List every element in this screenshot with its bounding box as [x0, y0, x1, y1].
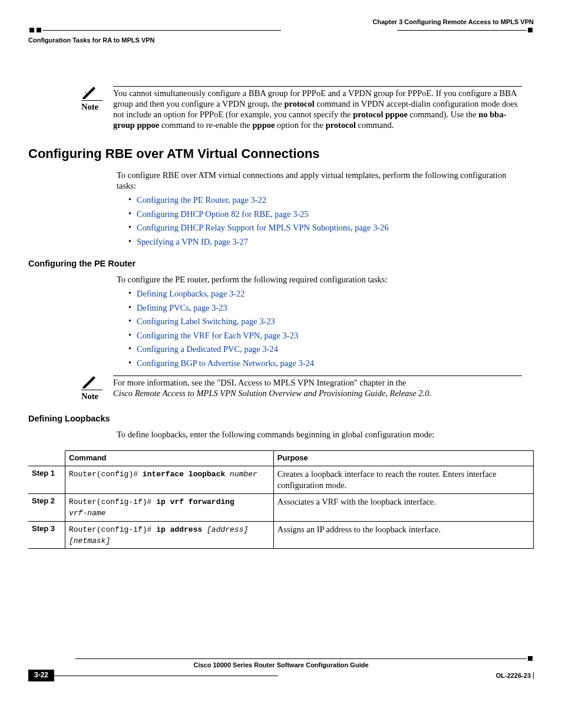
square-icon [29, 28, 34, 32]
list-item: Configuring Label Switching, page 3-23 [128, 316, 516, 328]
square-icon [528, 28, 533, 32]
command-cell: Router(config-if)# ip vrf forwarding vrf… [65, 493, 274, 521]
xref-link[interactable]: Configuring a Dedicated PVC, page 3-24 [137, 344, 278, 354]
list-item: Configuring BGP to Advertise Networks, p… [128, 358, 516, 370]
note-pencil-icon [81, 86, 103, 99]
table-header-blank [28, 451, 65, 466]
link-list: Configuring the PE Router, page 3-22 Con… [128, 195, 516, 248]
list-item: Defining Loopbacks, page 3-22 [128, 288, 516, 300]
paragraph: To define loopbacks, enter the following… [117, 429, 516, 440]
command-cell: Router(config-if)# ip address [address] … [65, 521, 274, 549]
xref-link[interactable]: Configuring BGP to Advertise Networks, p… [137, 358, 314, 368]
note-label: Note [81, 101, 113, 113]
command-table: Command Purpose Step 1 Router(config)# i… [28, 450, 534, 549]
purpose-cell: Creates a loopback interface to reach th… [273, 466, 533, 494]
page-footer: Cisco 10000 Series Router Software Confi… [28, 656, 534, 681]
list-item: Defining PVCs, page 3-23 [128, 302, 516, 314]
section-title: Configuration Tasks for RA to MPLS VPN [28, 36, 534, 44]
list-item: Configuring DHCP Option 82 for RBE, page… [128, 209, 516, 220]
table-header-command: Command [65, 451, 274, 466]
header-rule [28, 28, 534, 32]
list-item: Configuring DHCP Relay Support for MPLS … [128, 222, 516, 234]
table-header-purpose: Purpose [273, 451, 533, 466]
list-item: Configuring a Dedicated PVC, page 3-24 [128, 344, 516, 355]
note-block: Note You cannot simultaneously configure… [81, 86, 534, 131]
purpose-cell: Assigns an IP address to the loopback in… [273, 521, 533, 549]
command-cell: Router(config)# interface loopback numbe… [65, 466, 274, 494]
square-icon [37, 28, 41, 32]
xref-link[interactable]: Configuring the PE Router, page 3-22 [137, 195, 266, 205]
table-row: Step 2 Router(config-if)# ip vrf forward… [28, 493, 534, 521]
table-row: Step 3 Router(config-if)# ip address [ad… [28, 521, 534, 549]
xref-link[interactable]: Configuring the VRF for Each VPN, page 3… [137, 331, 298, 340]
xref-link[interactable]: Configuring DHCP Relay Support for MPLS … [137, 223, 389, 232]
page: Chapter 3 Configuring Remote Access to M… [0, 0, 562, 696]
page-number: 3-22 [28, 670, 54, 681]
heading-2: Defining Loopbacks [28, 413, 534, 424]
list-item: Specifying a VPN ID, page 3-27 [128, 236, 516, 248]
page-header: Chapter 3 Configuring Remote Access to M… [28, 18, 534, 27]
note-body: You cannot simultaneously configure a BB… [113, 86, 522, 131]
list-item: Configuring the VRF for Each VPN, page 3… [128, 330, 516, 342]
chapter-title: Chapter 3 Configuring Remote Access to M… [373, 18, 534, 26]
note-pencil-icon [81, 375, 103, 388]
xref-link[interactable]: Configuring Label Switching, page 3-23 [137, 317, 275, 326]
xref-link[interactable]: Configuring DHCP Option 82 for RBE, page… [137, 209, 309, 219]
paragraph: To configure the PE router, perform the … [117, 274, 516, 285]
table-row: Step 1 Router(config)# interface loopbac… [28, 466, 534, 494]
note-label: Note [81, 391, 113, 402]
heading-2: Configuring the PE Router [28, 258, 534, 269]
footer-doc-id: OL-2226-23 [496, 671, 531, 680]
footer-doc-title: Cisco 10000 Series Router Software Confi… [28, 661, 534, 669]
xref-link[interactable]: Specifying a VPN ID, page 3-27 [137, 237, 248, 246]
purpose-cell: Associates a VRF with the loopback inter… [273, 493, 533, 521]
xref-link[interactable]: Defining Loopbacks, page 3-22 [137, 289, 245, 298]
note-block: Note For more information, see the "DSL … [81, 375, 534, 402]
xref-link[interactable]: Defining PVCs, page 3-23 [137, 303, 227, 312]
heading-1: Configuring RBE over ATM Virtual Connect… [28, 146, 534, 163]
step-label: Step 2 [28, 493, 65, 521]
square-icon [528, 656, 533, 661]
list-item: Configuring the PE Router, page 3-22 [128, 195, 516, 206]
step-label: Step 1 [28, 466, 65, 494]
note-body: For more information, see the "DSL Acces… [113, 375, 522, 402]
paragraph: To configure RBE over ATM virtual connec… [117, 170, 516, 191]
link-list: Defining Loopbacks, page 3-22 Defining P… [128, 288, 516, 369]
step-label: Step 3 [28, 521, 65, 549]
